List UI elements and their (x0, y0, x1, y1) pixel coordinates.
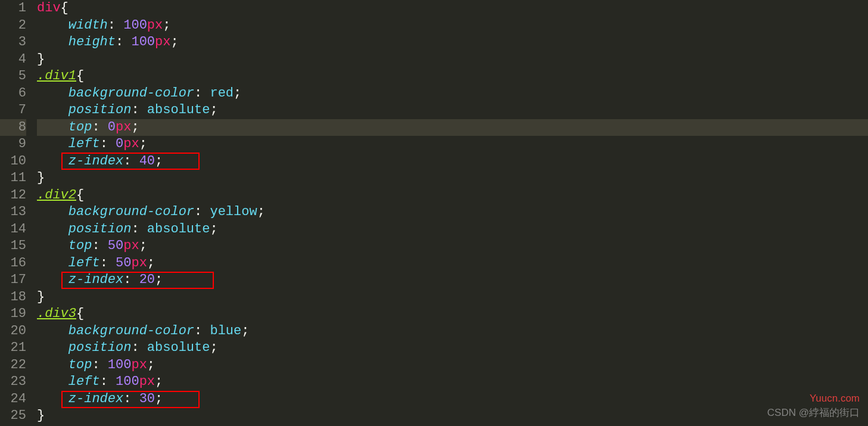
line-number: 2 (0, 17, 26, 35)
token-prop: left (69, 374, 100, 389)
code-line[interactable]: left: 0px; (37, 136, 868, 153)
token-unit: px (155, 35, 170, 49)
line-number: 11 (0, 170, 26, 187)
line-number: 15 (0, 238, 26, 255)
token-prop: position (69, 222, 132, 237)
code-line[interactable]: background-color: yellow; (37, 204, 868, 221)
line-number: 17 (0, 272, 26, 289)
code-line[interactable]: } (37, 51, 868, 69)
token-unit: px (116, 120, 131, 135)
code-line[interactable]: .div2{ (37, 187, 868, 204)
code-line[interactable]: } (37, 289, 868, 306)
token-indent (37, 256, 69, 270)
token-prop: left (69, 256, 100, 270)
line-number: 13 (0, 204, 26, 221)
token-prop: top (69, 120, 92, 135)
token-colon: : (116, 35, 131, 49)
token-punct: { (76, 69, 84, 83)
code-line[interactable]: top: 100px; (37, 357, 868, 374)
token-semi: ; (155, 154, 163, 169)
code-line[interactable]: position: absolute; (37, 221, 868, 238)
code-line[interactable]: z-index: 40; (37, 153, 868, 170)
token-indent (37, 391, 69, 406)
token-num: 50 (116, 256, 131, 270)
code-line[interactable]: width: 100px; (37, 17, 868, 35)
token-num: 100 (108, 357, 132, 372)
code-line[interactable]: position: absolute; (37, 102, 868, 119)
line-number: 23 (0, 374, 26, 391)
token-semi: ; (139, 136, 147, 151)
line-number: 7 (0, 102, 26, 119)
token-semi: ; (163, 18, 170, 33)
token-semi: ; (210, 222, 217, 237)
token-semi: ; (234, 86, 241, 101)
code-area[interactable]: div{ width: 100px; height: 100px;}.div1{… (37, 0, 868, 426)
token-indent (37, 102, 69, 117)
token-colon: : (100, 374, 116, 389)
line-number: 21 (0, 340, 26, 357)
token-tag: div (37, 1, 61, 15)
token-indent (37, 18, 69, 33)
code-line[interactable]: left: 50px; (37, 255, 868, 272)
code-line[interactable]: top: 50px; (37, 238, 868, 255)
code-line[interactable]: z-index: 20; (37, 272, 868, 289)
line-number: 1 (0, 0, 26, 17)
token-colon: : (108, 18, 123, 33)
token-indent (37, 35, 69, 49)
token-selector: .div3 (37, 306, 76, 321)
code-line[interactable]: top: 0px; (37, 119, 868, 136)
token-semi: ; (139, 238, 147, 253)
token-semi: ; (210, 340, 217, 355)
token-indent (37, 340, 69, 355)
line-number: 18 (0, 289, 26, 306)
token-prop: background-color (69, 86, 194, 101)
token-unit: px (131, 256, 147, 270)
token-prop: z-index (69, 154, 123, 169)
token-indent (37, 136, 69, 151)
token-indent (37, 357, 69, 372)
token-prop: z-index (69, 272, 123, 287)
token-num: 20 (139, 272, 155, 287)
line-number: 10 (0, 153, 26, 170)
code-editor[interactable]: 1234567891011121314151617181920212223242… (0, 0, 868, 426)
token-prop: position (69, 102, 132, 117)
token-prop: background-color (69, 204, 194, 219)
token-colon: : (92, 120, 107, 135)
token-selector: .div1 (37, 69, 76, 83)
token-indent (37, 324, 69, 338)
token-colon: : (123, 154, 139, 169)
code-line[interactable]: div{ (37, 0, 868, 17)
token-num: 40 (139, 154, 155, 169)
line-number: 8 (0, 119, 26, 136)
token-indent (37, 238, 69, 253)
line-number: 6 (0, 85, 26, 102)
code-line[interactable]: background-color: blue; (37, 323, 868, 340)
line-number: 19 (0, 306, 26, 323)
token-punct: } (37, 408, 45, 423)
token-val: yellow (210, 204, 257, 219)
token-colon: : (194, 86, 210, 101)
code-line[interactable]: .div1{ (37, 68, 868, 85)
token-colon: : (131, 340, 147, 355)
line-number: 9 (0, 136, 26, 153)
token-num: 30 (139, 391, 155, 406)
token-semi: ; (257, 204, 265, 219)
token-prop: top (69, 238, 92, 253)
code-line[interactable]: } (37, 170, 868, 187)
token-unit: px (123, 238, 139, 253)
code-line[interactable]: left: 100px; (37, 374, 868, 391)
code-line[interactable]: } (37, 408, 868, 425)
code-line[interactable]: height: 100px; (37, 34, 868, 51)
code-line[interactable]: z-index: 30; (37, 391, 868, 408)
token-prop: z-index (69, 391, 123, 406)
line-number: 20 (0, 323, 26, 340)
token-num: 100 (131, 35, 155, 49)
code-line[interactable]: position: absolute; (37, 340, 868, 357)
token-punct: { (76, 306, 84, 321)
token-prop: background-color (69, 324, 194, 338)
code-line[interactable]: .div3{ (37, 306, 868, 323)
token-unit: px (131, 357, 147, 372)
token-indent (37, 86, 69, 101)
token-val: absolute (147, 340, 210, 355)
code-line[interactable]: background-color: red; (37, 85, 868, 102)
